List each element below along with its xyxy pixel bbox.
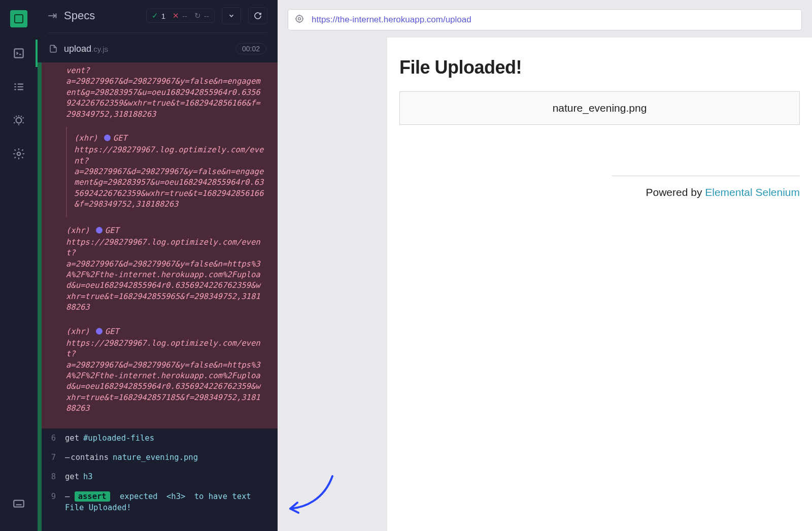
xhr-entry[interactable]: (xhr)GET https://298279967.log.optimizel… [57,219,274,320]
nav-debug-icon[interactable] [11,113,26,128]
pass-count: 1 [161,12,165,20]
pass-gutter [38,62,42,531]
chevron-down-button[interactable] [222,7,241,24]
svg-point-3 [16,118,22,123]
xhr-entry[interactable]: vent? a=298279967&d=298279967&y=false&n=… [57,65,274,127]
page-heading: File Uploaded! [399,57,800,78]
pending-spinner-icon: ↻ [194,11,201,20]
elapsed-timer: 00:02 [235,43,266,54]
svg-point-4 [17,152,21,156]
url-text: https://the-internet.herokuapp.com/uploa… [312,15,471,25]
nav-settings-icon[interactable] [11,146,26,161]
spec-file-row[interactable]: upload.cy.js 00:02 [38,33,278,62]
nav-rail [0,0,38,531]
selector-target-icon[interactable] [294,14,304,26]
xhr-status-dot-icon [96,227,103,234]
preview-canvas: File Uploaded! nature_evening.png Powere… [278,38,812,531]
pass-check-icon: ✓ [152,11,158,20]
specs-panel: ⇥ Specs ✓ 1 ✕ -- ↻ -- upload.cy.js [38,0,278,531]
svg-rect-5 [14,501,24,507]
nav-specs-icon[interactable] [11,46,26,61]
nav-keyboard-icon[interactable] [11,495,26,511]
url-bar[interactable]: https://the-internet.herokuapp.com/uploa… [288,9,802,30]
app-under-test[interactable]: File Uploaded! nature_evening.png Powere… [387,38,812,531]
pending-count: -- [204,12,209,20]
command-row[interactable]: 7 –containsnature_evening.png [42,448,278,467]
file-icon [49,44,58,54]
svg-point-6 [296,15,302,22]
xhr-entry[interactable]: (xhr)GET https://298279967.log.optimizel… [66,127,274,217]
page-footer: Powered by Elemental Selenium [612,176,800,198]
svg-rect-0 [15,15,23,23]
nav-runs-icon[interactable] [11,79,26,94]
spec-file-name: upload.cy.js [64,44,108,54]
xhr-entry[interactable]: (xhr)GET https://298279967.log.optimizel… [57,320,274,421]
back-icon[interactable]: ⇥ [48,9,57,22]
xhr-status-dot-icon [104,135,111,141]
cypress-logo [10,10,27,27]
elemental-selenium-link[interactable]: Elemental Selenium [705,186,800,198]
reload-button[interactable] [248,7,267,24]
svg-rect-1 [14,49,23,57]
fail-x-icon: ✕ [173,11,179,20]
command-log: vent? a=298279967&d=298279967&y=false&n=… [38,62,278,531]
command-row-assert[interactable]: 9 – assert expected <h3> to have text Fi… [42,487,278,518]
panel-header: ⇥ Specs ✓ 1 ✕ -- ↻ -- [38,0,278,32]
xhr-status-dot-icon [96,328,103,335]
run-stats: ✓ 1 ✕ -- ↻ -- [146,9,215,23]
panel-title: Specs [64,9,139,22]
app-preview-area: https://the-internet.herokuapp.com/uploa… [278,0,812,531]
fail-count: -- [182,12,187,20]
command-row[interactable]: 8 geth3 [42,467,278,486]
command-row[interactable]: 6 get#uploaded-files [42,428,278,448]
uploaded-files-panel: nature_evening.png [399,91,800,125]
svg-point-7 [298,18,301,20]
